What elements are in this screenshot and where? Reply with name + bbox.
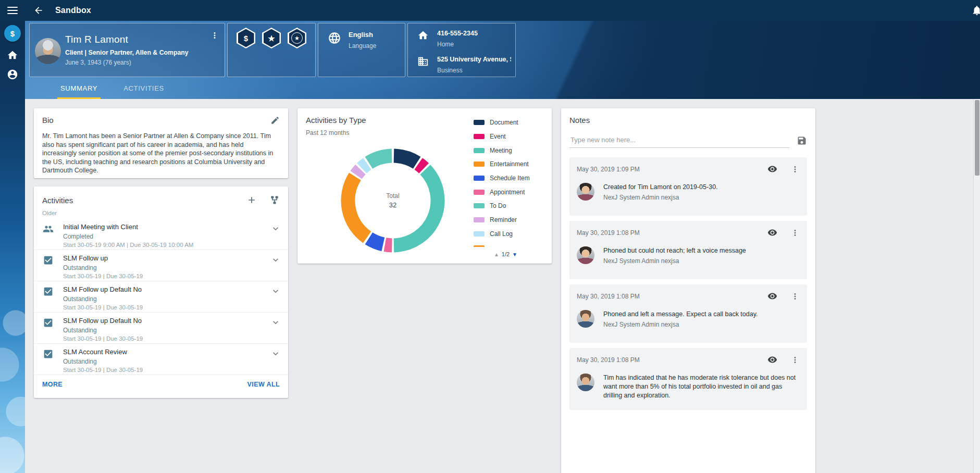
note-menu-icon[interactable] <box>790 355 800 365</box>
sidebar-item-home[interactable] <box>7 49 18 61</box>
sidebar-item-finance[interactable]: $ <box>4 25 21 42</box>
scrollbar-thumb[interactable] <box>975 100 979 176</box>
meeting-attendees-icon <box>43 223 54 234</box>
task-check-icon <box>43 317 54 328</box>
legend-item[interactable]: Appointment <box>474 185 542 199</box>
legend-item[interactable]: Event <box>474 130 542 144</box>
more-button[interactable]: MORE <box>42 381 63 388</box>
phone-number[interactable]: 416-555-2345 <box>437 30 478 37</box>
activities-group-label: Older <box>34 205 288 219</box>
legend-item[interactable]: Reminder <box>474 213 542 227</box>
legend-item[interactable]: To Do <box>474 199 542 213</box>
menu-icon[interactable] <box>7 7 18 14</box>
dollar-badge-icon: $ <box>244 34 248 42</box>
avatar <box>577 310 594 328</box>
add-activity-icon[interactable] <box>246 195 257 205</box>
legend-swatch <box>474 120 485 125</box>
tab[interactable]: SUMMARY <box>57 79 101 99</box>
avatar <box>35 38 61 64</box>
legend-item[interactable]: Call Log <box>474 227 542 241</box>
home-icon <box>417 30 429 41</box>
profile-menu-icon[interactable] <box>210 31 219 40</box>
avatar <box>577 183 594 201</box>
page-title: Sandbox <box>55 6 91 15</box>
badge[interactable]: $ ★ ★ <box>288 28 306 48</box>
visibility-icon[interactable] <box>767 228 777 238</box>
legend-pager: ▲ 1/2 ▼ <box>494 251 517 257</box>
note-input[interactable] <box>569 133 789 148</box>
edit-bio-icon[interactable] <box>270 116 280 125</box>
address[interactable]: 525 University Avenue, S... <box>437 56 511 63</box>
chevron-down-icon[interactable] <box>270 223 281 234</box>
home-icon <box>7 49 18 61</box>
note-menu-icon[interactable] <box>790 165 800 174</box>
back-button[interactable] <box>33 5 44 16</box>
activity-title: SLM Follow up <box>63 254 265 262</box>
legend-swatch <box>474 176 485 181</box>
legend-swatch <box>474 190 485 195</box>
note-author: NexJ System Admin nexjsa <box>603 194 718 201</box>
legend-item[interactable]: Entertainment <box>474 157 542 171</box>
badge[interactable]: $ ★ ★ <box>237 28 255 48</box>
address-label: Business <box>437 67 463 74</box>
tab[interactable]: ACTIVITIES <box>120 79 167 99</box>
legend-next-icon[interactable]: ▼ <box>512 252 517 257</box>
donut-chart[interactable] <box>338 146 448 255</box>
activity-list-item[interactable]: SLM Follow up Default No Outstanding Sta… <box>34 281 288 313</box>
legend-item[interactable]: Meeting <box>474 143 542 157</box>
activity-list-item[interactable]: SLM Account Review Outstanding Start 30-… <box>34 344 288 375</box>
legend-swatch <box>474 245 485 247</box>
tab-label: ACTIVITIES <box>123 84 164 92</box>
profile-card: Tim R Lamont Client | Senior Partner, Al… <box>29 23 225 77</box>
account-icon <box>7 69 18 80</box>
legend-swatch <box>474 217 485 222</box>
activity-list-item[interactable]: SLM Follow up Outstanding Start 30-05-19… <box>34 250 288 281</box>
hierarchy-view-icon[interactable] <box>269 195 280 205</box>
legend-label: Entertainment <box>490 160 529 168</box>
legend-item[interactable] <box>474 241 542 247</box>
task-check-icon <box>43 286 54 297</box>
legend-label: Reminder <box>490 216 517 223</box>
note-text: Tim has indicated that he has moderate r… <box>603 374 800 400</box>
visibility-icon[interactable] <box>767 291 777 301</box>
view-all-button[interactable]: VIEW ALL <box>247 381 280 388</box>
note-timestamp: May 30, 2019 1:08 PM <box>577 229 767 236</box>
chevron-down-icon[interactable] <box>270 317 281 328</box>
note-card-item: May 30, 2019 1:08 PM Phoned but could no… <box>569 221 807 279</box>
legend-item[interactable]: Schedule Item <box>474 171 542 185</box>
chevron-down-icon[interactable] <box>270 255 281 265</box>
note-card-item: May 30, 2019 1:09 PM Created for Tim Lam… <box>569 157 807 216</box>
notifications-icon[interactable] <box>971 5 980 16</box>
chevron-down-icon[interactable] <box>270 286 281 296</box>
activity-list-item[interactable]: SLM Follow up Default No Outstanding Sta… <box>34 313 288 344</box>
legend-page-indicator: 1/2 <box>502 251 510 257</box>
badge[interactable]: $ ★ ★ <box>262 28 281 48</box>
tab-label: SUMMARY <box>60 84 97 92</box>
legend-item[interactable]: Document <box>474 116 542 130</box>
legend-label: Call Log <box>490 230 513 238</box>
visibility-icon[interactable] <box>767 355 777 365</box>
contact-name: Tim R Lamont <box>65 34 128 45</box>
activities-by-type-card: Activities by Type Past 12 months Total … <box>297 108 552 264</box>
legend-label: Event <box>490 133 506 140</box>
notes-card: Notes May 30, 2019 1:09 PM Created for <box>561 108 815 473</box>
activity-list-item[interactable]: Initial Meeting with Client Completed St… <box>34 219 288 250</box>
legend-swatch <box>474 203 485 208</box>
activity-dates: Start 30-05-19 9:00 AM | Due 30-05-19 10… <box>63 242 265 248</box>
note-card-item: May 30, 2019 1:08 PM Tim has indicated t… <box>569 348 807 410</box>
contact-card: 416-555-2345 Home 525 University Avenue,… <box>407 23 516 77</box>
note-menu-icon[interactable] <box>790 292 800 301</box>
bio-card: Bio Mr. Tim Lamont has been a Senior Par… <box>34 108 288 178</box>
note-text: Phoned but could not reach; left a voice… <box>603 246 746 255</box>
legend-label: Appointment <box>490 189 525 196</box>
save-note-icon[interactable] <box>797 135 807 146</box>
language-label: Language <box>349 42 376 49</box>
note-menu-icon[interactable] <box>790 228 800 238</box>
chevron-down-icon[interactable] <box>270 348 281 359</box>
visibility-icon[interactable] <box>767 164 777 174</box>
legend-prev-icon[interactable]: ▲ <box>494 252 499 257</box>
notes-list: May 30, 2019 1:09 PM Created for Tim Lam… <box>569 157 807 410</box>
note-timestamp: May 30, 2019 1:08 PM <box>577 356 767 364</box>
language-value: English <box>349 31 373 39</box>
sidebar-item-contacts[interactable] <box>7 69 18 80</box>
